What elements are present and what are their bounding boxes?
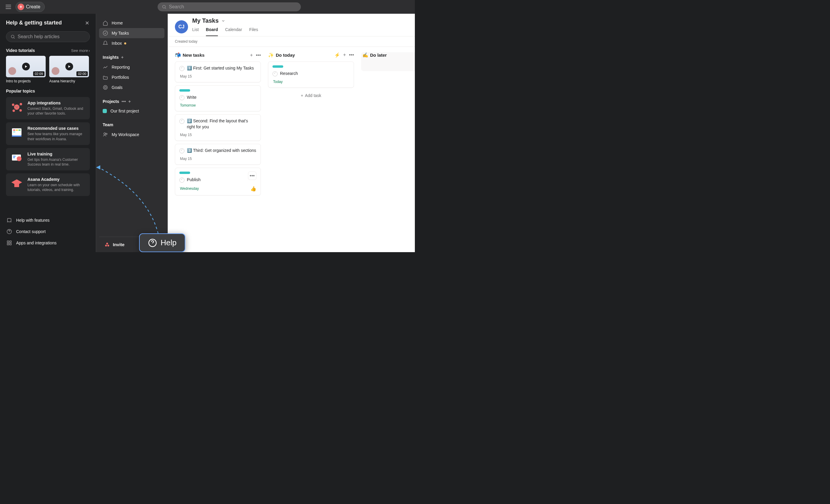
card-date: Tomorrow xyxy=(179,103,256,107)
grid-icon xyxy=(6,240,12,246)
help-popup-button[interactable]: Help xyxy=(139,233,185,252)
card-more-button[interactable]: ••• xyxy=(248,171,256,180)
svg-rect-22 xyxy=(13,131,15,132)
video-card-intro[interactable]: 02:09 Intro to projects xyxy=(6,56,46,83)
task-card[interactable]: 1️⃣ First: Get started using My Tasks Ma… xyxy=(175,61,261,82)
insights-header[interactable]: Insights + xyxy=(99,55,164,62)
nav-project-first[interactable]: Our first project xyxy=(99,106,164,116)
topic-use-cases[interactable]: Recommended use cases See how teams like… xyxy=(6,122,90,145)
close-icon xyxy=(85,20,90,26)
add-task-icon[interactable]: + xyxy=(343,52,346,58)
tab-board[interactable]: Board xyxy=(206,25,218,36)
complete-checkbox[interactable] xyxy=(179,178,185,183)
plus-icon: + xyxy=(18,4,24,10)
close-help-button[interactable] xyxy=(85,20,90,26)
more-icon[interactable]: ••• xyxy=(122,99,126,104)
popular-topics-header: Popular topics xyxy=(6,89,90,93)
task-card[interactable]: Research Today xyxy=(268,61,354,88)
user-avatar[interactable]: CJ xyxy=(175,20,188,33)
plus-icon[interactable]: + xyxy=(121,55,124,60)
plus-icon: + xyxy=(301,93,303,98)
navigation-sidebar: Home My Tasks Inbox Insights + Reporting… xyxy=(96,14,168,252)
svg-rect-29 xyxy=(13,157,15,158)
search-icon xyxy=(162,4,166,9)
complete-checkbox[interactable] xyxy=(179,119,185,124)
nav-home[interactable]: Home xyxy=(99,18,164,28)
menu-toggle-icon[interactable] xyxy=(5,3,12,10)
svg-line-4 xyxy=(165,8,166,9)
complete-checkbox[interactable] xyxy=(273,71,278,76)
video-tutorials-header: Video tutorials xyxy=(6,48,35,53)
integrations-icon xyxy=(10,100,23,114)
check-circle-icon xyxy=(103,30,108,36)
team-header[interactable]: Team xyxy=(99,122,164,129)
column-title[interactable]: Do later xyxy=(370,53,415,58)
projects-header[interactable]: Projects ••• + xyxy=(99,99,164,106)
nav-my-tasks[interactable]: My Tasks xyxy=(99,28,164,38)
add-task-icon[interactable]: + xyxy=(250,53,253,58)
nav-goals[interactable]: Goals xyxy=(99,82,164,93)
task-card[interactable]: 2️⃣ Second: Find the layout that's right… xyxy=(175,114,261,141)
svg-point-38 xyxy=(103,31,108,35)
add-task-button[interactable]: + Add task xyxy=(361,61,415,71)
video-card-hierarchy[interactable]: 02:00 Asana hierarchy xyxy=(49,56,89,83)
more-icon[interactable]: ••• xyxy=(256,53,261,58)
asana-logo-icon xyxy=(104,242,110,247)
see-more-link[interactable]: See more › xyxy=(71,48,90,53)
academy-icon xyxy=(10,177,23,190)
help-features-link[interactable]: Help with features xyxy=(6,215,90,226)
topic-live-training[interactable]: Live training Get tips from Asana's Cust… xyxy=(6,148,90,170)
apps-integrations-link[interactable]: Apps and integrations xyxy=(6,237,90,249)
nav-workspace[interactable]: My Workspace xyxy=(99,129,164,140)
complete-checkbox[interactable] xyxy=(179,66,185,71)
nav-reporting[interactable]: Reporting xyxy=(99,62,164,72)
create-button[interactable]: + Create xyxy=(15,2,45,12)
svg-point-44 xyxy=(105,245,107,247)
help-search-input[interactable]: Search help articles xyxy=(6,31,90,42)
bell-icon xyxy=(103,40,108,46)
topic-app-integrations[interactable]: App integrations Connect Slack, Gmail, O… xyxy=(6,97,90,119)
svg-rect-25 xyxy=(12,135,22,137)
contact-support-link[interactable]: Contact support xyxy=(6,226,90,237)
nav-portfolios[interactable]: Portfolios xyxy=(99,72,164,82)
card-date: Today xyxy=(273,80,350,84)
column-title[interactable]: New tasks xyxy=(183,53,248,58)
task-card[interactable]: 3️⃣ Third: Get organized with sections M… xyxy=(175,144,261,165)
column-title[interactable]: Do today xyxy=(276,53,332,58)
column-emoji: 📬 xyxy=(175,52,181,58)
lightning-icon[interactable]: ⚡ xyxy=(334,52,340,58)
complete-checkbox[interactable] xyxy=(179,148,185,153)
project-color-icon xyxy=(103,109,107,113)
tab-files[interactable]: Files xyxy=(249,25,258,36)
help-panel-title: Help & getting started xyxy=(6,20,62,26)
add-task-button[interactable]: + Add task xyxy=(268,91,354,100)
search-placeholder: Search xyxy=(169,4,184,9)
svg-rect-24 xyxy=(19,129,21,131)
home-icon xyxy=(103,20,108,26)
task-card[interactable]: ••• Publish Wednesday 👍 xyxy=(175,168,261,195)
board-title[interactable]: My Tasks xyxy=(192,17,258,24)
like-icon[interactable]: 👍 xyxy=(250,186,256,192)
tab-calendar[interactable]: Calendar xyxy=(225,25,242,36)
column-emoji: ✍️ xyxy=(362,52,368,58)
board-icon xyxy=(10,126,23,139)
svg-rect-35 xyxy=(10,241,11,242)
people-icon xyxy=(103,132,108,137)
question-icon xyxy=(6,229,12,234)
task-card[interactable]: Write Tomorrow xyxy=(175,85,261,112)
board-main: CJ My Tasks List Board Calendar Files Cr… xyxy=(168,14,415,252)
search-input[interactable]: Search xyxy=(158,2,301,11)
complete-checkbox[interactable] xyxy=(179,95,185,100)
svg-point-7 xyxy=(11,35,14,38)
topic-academy[interactable]: Asana Academy Learn on your own schedule… xyxy=(6,174,90,196)
plus-icon[interactable]: + xyxy=(128,99,131,104)
svg-marker-10 xyxy=(68,65,70,68)
svg-point-43 xyxy=(106,243,108,244)
svg-point-40 xyxy=(104,87,106,88)
tab-list[interactable]: List xyxy=(192,25,199,36)
more-icon[interactable]: ••• xyxy=(349,52,354,58)
card-date: Wednesday xyxy=(179,187,199,191)
svg-rect-34 xyxy=(7,241,9,242)
nav-inbox[interactable]: Inbox xyxy=(99,38,164,48)
card-date: May 15 xyxy=(179,74,256,78)
